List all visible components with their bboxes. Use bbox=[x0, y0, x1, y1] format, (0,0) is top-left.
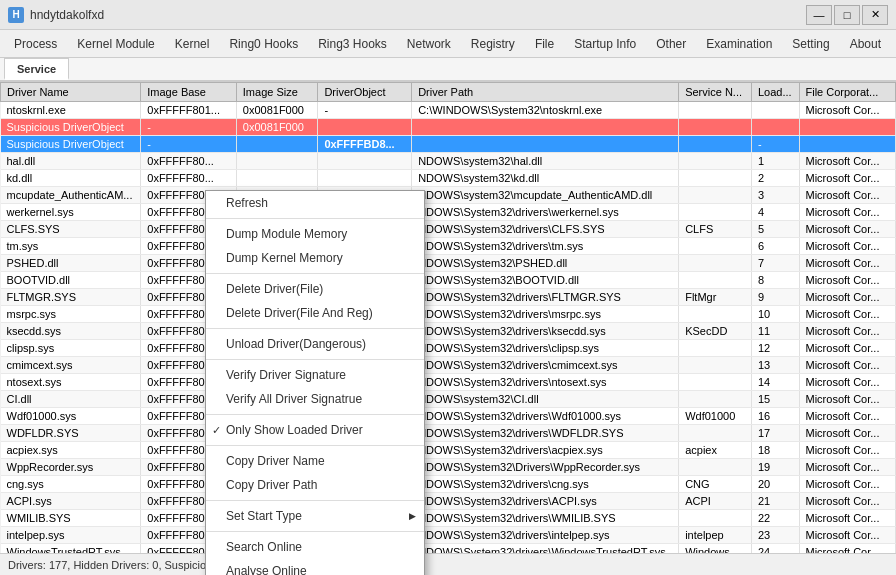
table-row[interactable]: ksecdd.sys0xFFFFF80...NDOWS\System32\dri… bbox=[1, 323, 896, 340]
maximize-button[interactable]: □ bbox=[834, 5, 860, 25]
menu-item-ring0-hooks[interactable]: Ring0 Hooks bbox=[219, 30, 308, 57]
context-menu-item-dump-kernel-memory[interactable]: Dump Kernel Memory bbox=[206, 246, 424, 270]
table-cell bbox=[679, 306, 752, 323]
table-cell: CLFS bbox=[679, 221, 752, 238]
table-cell: Microsoft Cor... bbox=[799, 391, 896, 408]
minimize-button[interactable]: — bbox=[806, 5, 832, 25]
col-header-file-corp[interactable]: File Corporat... bbox=[799, 83, 896, 102]
table-cell: 17 bbox=[751, 425, 799, 442]
table-cell: NDOWS\System32\BOOTVID.dll bbox=[412, 272, 679, 289]
table-row[interactable]: Suspicious DriverObject-0xFFFFBD8...- bbox=[1, 136, 896, 153]
table-cell: - bbox=[141, 136, 237, 153]
menu-item-kernel[interactable]: Kernel bbox=[165, 30, 220, 57]
table-row[interactable]: hal.dll0xFFFFF80...NDOWS\system32\hal.dl… bbox=[1, 153, 896, 170]
table-row[interactable]: CLFS.SYS0xFFFFF80...NDOWS\System32\drive… bbox=[1, 221, 896, 238]
menu-item-kernel-module[interactable]: Kernel Module bbox=[67, 30, 164, 57]
menu-item-registry[interactable]: Registry bbox=[461, 30, 525, 57]
table-row[interactable]: WindowsTrustedRT.sys0xFFFFF80...NDOWS\Sy… bbox=[1, 544, 896, 554]
table-row[interactable]: kd.dll0xFFFFF80...NDOWS\system32\kd.dll2… bbox=[1, 170, 896, 187]
menu-item-about[interactable]: About bbox=[840, 30, 891, 57]
context-menu-item-only-show-loaded-driver[interactable]: Only Show Loaded Driver bbox=[206, 418, 424, 442]
table-cell: 15 bbox=[751, 391, 799, 408]
table-row[interactable]: FLTMGR.SYS0xFFFFF80...NDOWS\System32\dri… bbox=[1, 289, 896, 306]
context-menu-item-copy-driver-path[interactable]: Copy Driver Path bbox=[206, 473, 424, 497]
context-menu-item-delete-driver-file-and-reg-[interactable]: Delete Driver(File And Reg) bbox=[206, 301, 424, 325]
menu-item-examination[interactable]: Examination bbox=[696, 30, 782, 57]
table-cell: Microsoft Cor... bbox=[799, 289, 896, 306]
table-cell: 14 bbox=[751, 374, 799, 391]
table-row[interactable]: ACPI.sys0xFFFFF80...NDOWS\System32\drive… bbox=[1, 493, 896, 510]
table-row[interactable]: Wdf01000.sys0xFFFFF80...NDOWS\System32\d… bbox=[1, 408, 896, 425]
context-menu-item-dump-module-memory[interactable]: Dump Module Memory bbox=[206, 222, 424, 246]
context-menu-item-search-online[interactable]: Search Online bbox=[206, 535, 424, 559]
context-menu-item-set-start-type[interactable]: Set Start Type bbox=[206, 504, 424, 528]
table-cell: Microsoft Cor... bbox=[799, 442, 896, 459]
table-row[interactable]: WDFLDR.SYS0xFFFFF80...NDOWS\System32\dri… bbox=[1, 425, 896, 442]
table-cell: ksecdd.sys bbox=[1, 323, 141, 340]
table-cell: NDOWS\System32\drivers\FLTMGR.SYS bbox=[412, 289, 679, 306]
table-cell: Microsoft Cor... bbox=[799, 255, 896, 272]
table-row[interactable]: ntoskrnl.exe0xFFFFF801...0x0081F000-C:\W… bbox=[1, 102, 896, 119]
table-cell: 1 bbox=[751, 153, 799, 170]
context-menu-item-refresh[interactable]: Refresh bbox=[206, 191, 424, 215]
menu-item-ring3-hooks[interactable]: Ring3 Hooks bbox=[308, 30, 397, 57]
table-cell: Microsoft Cor... bbox=[799, 187, 896, 204]
table-row[interactable]: BOOTVID.dll0xFFFFF80...NDOWS\System32\BO… bbox=[1, 272, 896, 289]
driver-table: Driver Name Image Base Image Size Driver… bbox=[0, 82, 896, 553]
table-cell bbox=[679, 374, 752, 391]
table-cell: NDOWS\System32\drivers\werkernel.sys bbox=[412, 204, 679, 221]
table-cell: WMILIB.SYS bbox=[1, 510, 141, 527]
context-menu-item-analyse-online[interactable]: Analyse Online bbox=[206, 559, 424, 575]
table-row[interactable]: intelpep.sys0xFFFFF80...NDOWS\System32\d… bbox=[1, 527, 896, 544]
table-row[interactable]: cmimcext.sys0xFFFFF80...NDOWS\System32\d… bbox=[1, 357, 896, 374]
context-menu-item-delete-driver-file-[interactable]: Delete Driver(File) bbox=[206, 277, 424, 301]
context-menu-item-copy-driver-name[interactable]: Copy Driver Name bbox=[206, 449, 424, 473]
table-row[interactable]: msrpc.sys0xFFFFF80...NDOWS\System32\driv… bbox=[1, 306, 896, 323]
table-cell: Microsoft Cor... bbox=[799, 425, 896, 442]
table-row[interactable]: PSHED.dll0xFFFFF80...NDOWS\System32\PSHE… bbox=[1, 255, 896, 272]
context-menu-separator bbox=[206, 218, 424, 219]
table-row[interactable]: acpiex.sys0xFFFFF80...NDOWS\System32\dri… bbox=[1, 442, 896, 459]
table-cell: 12 bbox=[751, 340, 799, 357]
table-cell: 18 bbox=[751, 442, 799, 459]
col-header-service-name[interactable]: Service N... bbox=[679, 83, 752, 102]
table-row[interactable]: CI.dll0xFFFFF80...NDOWS\system32\CI.dll1… bbox=[1, 391, 896, 408]
status-bar: Drivers: 177, Hidden Drivers: 0, Suspici… bbox=[0, 553, 896, 575]
table-row[interactable]: tm.sys0xFFFFF80...NDOWS\System32\drivers… bbox=[1, 238, 896, 255]
table-row[interactable]: Suspicious DriverObject-0x0081F000 bbox=[1, 119, 896, 136]
menu-item-startup-info[interactable]: Startup Info bbox=[564, 30, 646, 57]
menu-item-file[interactable]: File bbox=[525, 30, 564, 57]
table-cell: NDOWS\System32\drivers\acpiex.sys bbox=[412, 442, 679, 459]
close-button[interactable]: ✕ bbox=[862, 5, 888, 25]
table-cell: intelpep bbox=[679, 527, 752, 544]
driver-table-container[interactable]: Driver Name Image Base Image Size Driver… bbox=[0, 82, 896, 553]
menu-item-other[interactable]: Other bbox=[646, 30, 696, 57]
table-row[interactable]: ntosext.sys0xFFFFF80...NDOWS\System32\dr… bbox=[1, 374, 896, 391]
table-cell: FLTMGR.SYS bbox=[1, 289, 141, 306]
context-menu-item-verify-all-driver-signatrue[interactable]: Verify All Driver Signatrue bbox=[206, 387, 424, 411]
context-menu-separator bbox=[206, 328, 424, 329]
table-cell bbox=[679, 187, 752, 204]
menu-item-setting[interactable]: Setting bbox=[782, 30, 839, 57]
table-row[interactable]: WMILIB.SYS0xFFFFF80...NDOWS\System32\dri… bbox=[1, 510, 896, 527]
table-row[interactable]: clipsp.sys0xFFFFF80...NDOWS\System32\dri… bbox=[1, 340, 896, 357]
table-row[interactable]: cng.sys0xFFFFF80...NDOWS\System32\driver… bbox=[1, 476, 896, 493]
table-cell: acpiex bbox=[679, 442, 752, 459]
col-header-image-size[interactable]: Image Size bbox=[236, 83, 318, 102]
col-header-driver-object[interactable]: DriverObject bbox=[318, 83, 412, 102]
table-cell: ntoskrnl.exe bbox=[1, 102, 141, 119]
col-header-driver-name[interactable]: Driver Name bbox=[1, 83, 141, 102]
col-header-image-base[interactable]: Image Base bbox=[141, 83, 237, 102]
table-cell: 24 bbox=[751, 544, 799, 554]
context-menu-item-verify-driver-signature[interactable]: Verify Driver Signature bbox=[206, 363, 424, 387]
col-header-load-order[interactable]: Load... bbox=[751, 83, 799, 102]
col-header-driver-path[interactable]: Driver Path bbox=[412, 83, 679, 102]
tab-service[interactable]: Service bbox=[4, 58, 69, 80]
menu-item-network[interactable]: Network bbox=[397, 30, 461, 57]
table-row[interactable]: WppRecorder.sys0xFFFFF80...NDOWS\System3… bbox=[1, 459, 896, 476]
menu-item-process[interactable]: Process bbox=[4, 30, 67, 57]
table-row[interactable]: mcupdate_AuthenticAM...0xFFFFF80...NDOWS… bbox=[1, 187, 896, 204]
table-cell bbox=[799, 119, 896, 136]
context-menu-item-unload-driver-dangerous-[interactable]: Unload Driver(Dangerous) bbox=[206, 332, 424, 356]
table-row[interactable]: werkernel.sys0xFFFFF80...NDOWS\System32\… bbox=[1, 204, 896, 221]
